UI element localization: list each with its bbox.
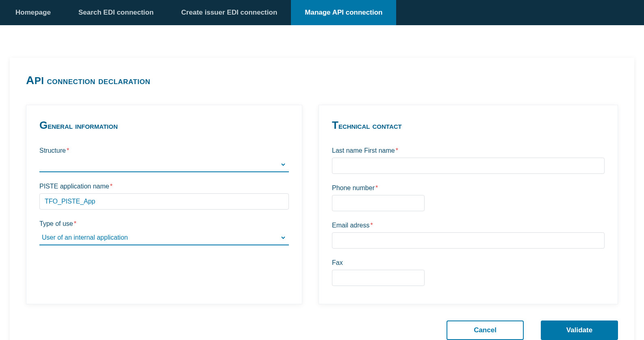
type-of-use-select[interactable]: User of an internal application bbox=[39, 231, 289, 245]
nav-item-create-issuer-edi[interactable]: Create issuer EDI connection bbox=[167, 0, 291, 25]
main-panel: API connection declaration General infor… bbox=[10, 58, 634, 340]
email-label-text: Email adress bbox=[332, 222, 369, 229]
technical-contact-card: Technical contact Last name First name* … bbox=[319, 105, 618, 304]
general-information-card: General information Structure* PISTE app… bbox=[26, 105, 302, 304]
phone-field: Phone number* bbox=[332, 184, 605, 211]
cancel-button[interactable]: Cancel bbox=[447, 321, 524, 340]
fax-label: Fax bbox=[332, 259, 605, 266]
required-mark: * bbox=[396, 147, 398, 154]
piste-label-text: PISTE application name bbox=[39, 183, 109, 190]
type-of-use-select-value: User of an internal application bbox=[42, 234, 128, 241]
name-field: Last name First name* bbox=[332, 147, 605, 174]
required-mark: * bbox=[74, 220, 76, 227]
email-input[interactable] bbox=[332, 232, 605, 249]
fax-input[interactable] bbox=[332, 270, 425, 286]
structure-select[interactable] bbox=[39, 158, 289, 172]
phone-label-text: Phone number bbox=[332, 184, 375, 191]
name-label: Last name First name* bbox=[332, 147, 605, 154]
chevron-down-icon bbox=[280, 161, 286, 168]
structure-field: Structure* bbox=[39, 147, 289, 172]
email-label: Email adress* bbox=[332, 222, 605, 229]
piste-app-name-label: PISTE application name* bbox=[39, 183, 289, 190]
validate-button[interactable]: Validate bbox=[541, 321, 618, 340]
name-label-text: Last name First name bbox=[332, 147, 395, 154]
nav-item-manage-api[interactable]: Manage API connection bbox=[291, 0, 396, 25]
fax-label-text: Fax bbox=[332, 259, 343, 266]
nav-item-search-edi[interactable]: Search EDI connection bbox=[65, 0, 167, 25]
required-mark: * bbox=[67, 147, 69, 154]
fax-field: Fax bbox=[332, 259, 605, 286]
piste-app-name-input[interactable] bbox=[39, 193, 289, 210]
piste-app-name-field: PISTE application name* bbox=[39, 183, 289, 210]
required-mark: * bbox=[370, 222, 373, 229]
chevron-down-icon bbox=[280, 234, 286, 241]
top-nav: Homepage Search EDI connection Create is… bbox=[0, 0, 644, 25]
structure-label: Structure* bbox=[39, 147, 289, 154]
type-of-use-label: Type of use* bbox=[39, 220, 289, 227]
email-field: Email adress* bbox=[332, 222, 605, 249]
cards-row: General information Structure* PISTE app… bbox=[26, 105, 618, 304]
required-mark: * bbox=[110, 183, 113, 190]
required-mark: * bbox=[375, 184, 378, 191]
buttons-row: Cancel Validate bbox=[26, 321, 618, 340]
phone-input[interactable] bbox=[332, 195, 425, 211]
structure-label-text: Structure bbox=[39, 147, 66, 154]
type-label-text: Type of use bbox=[39, 220, 73, 227]
page-title: API connection declaration bbox=[26, 74, 618, 87]
general-information-title: General information bbox=[39, 119, 289, 132]
phone-label: Phone number* bbox=[332, 184, 605, 192]
nav-item-homepage[interactable]: Homepage bbox=[2, 0, 65, 25]
name-input[interactable] bbox=[332, 158, 605, 174]
type-of-use-field: Type of use* User of an internal applica… bbox=[39, 220, 289, 245]
technical-contact-title: Technical contact bbox=[332, 119, 605, 132]
